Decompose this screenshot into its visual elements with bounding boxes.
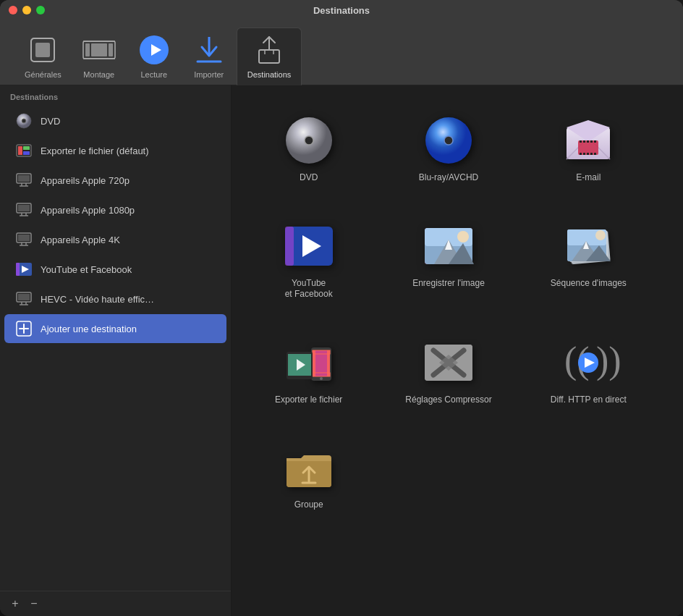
grid-item-sequence-images[interactable]: Séquence d'images [526,213,651,308]
svg-rect-56 [580,140,582,143]
svg-rect-23 [18,175,30,182]
svg-rect-59 [590,140,593,143]
montage-icon [82,33,116,67]
grid-item-reglages-compressor[interactable]: Réglages Compressor [386,329,511,413]
grid-youtube-label: YouTube et Facebook [285,278,333,300]
sidebar-item-apple720[interactable]: Appareils Apple 720p [4,166,226,195]
grid-enregistrer-label: Enregistrer l'image [412,278,485,290]
window-title: Destinations [313,5,370,16]
svg-rect-33 [18,235,30,241]
svg-point-75 [457,231,469,242]
svg-rect-20 [23,146,30,150]
toolbar: Générales Montage [0,20,683,85]
app-window: Destinations Générales [0,0,683,616]
svg-rect-5 [109,43,113,56]
svg-rect-19 [18,146,22,155]
importer-icon [192,33,226,67]
svg-rect-12 [259,50,279,63]
svg-text:)): )) [596,339,622,381]
svg-rect-63 [587,153,589,155]
svg-rect-58 [587,140,589,143]
toolbar-item-montage[interactable]: Montage [72,28,127,85]
lecture-icon [137,33,171,67]
destinations-label: Destinations [247,70,292,79]
sidebar-item-dvd[interactable]: DVD [4,106,226,135]
grid-groupe-label: Groupe [294,499,323,511]
add-destination-button[interactable]: + [7,596,23,612]
grid-compressor-icon [423,337,475,389]
svg-rect-60 [594,140,596,143]
generales-icon [25,33,60,67]
grid-groupe-icon [283,442,335,494]
grid-email-icon [562,114,614,166]
maximize-button[interactable] [36,6,45,14]
svg-point-51 [444,136,453,145]
svg-point-49 [305,136,313,145]
toolbar-item-generales[interactable]: Générales [14,28,72,85]
exporter-icon [14,141,33,160]
sidebar-list: DVD Exporter le fichier (défaut) [0,106,231,591]
grid-container: DVD [246,107,651,518]
toolbar-item-destinations[interactable]: Destinations [237,28,302,85]
grid-enregistrer-icon [423,220,475,272]
grid-item-exporter-fichier[interactable]: Exporter le fichier [246,329,371,413]
toolbar-item-lecture[interactable]: Lecture [127,28,182,85]
grid-email-label: E-mail [576,172,601,184]
grid-item-enregistrer-image[interactable]: Enregistrer l'image [386,213,511,308]
apple4k-icon [14,230,33,249]
generales-label: Générales [25,70,61,79]
grid-item-youtube-facebook[interactable]: YouTube et Facebook [246,213,371,308]
grid-item-email[interactable]: E-mail [526,107,651,191]
svg-rect-68 [285,227,294,266]
traffic-lights [9,6,45,14]
svg-rect-61 [580,153,582,155]
svg-rect-21 [23,151,30,155]
grid-item-bluray[interactable]: Blu-ray/AVCHD [386,107,511,191]
apple720-icon [14,171,33,190]
dvd-icon [14,111,33,130]
sidebar-item-apple4k[interactable]: Appareils Apple 4K [4,225,226,254]
hevc-icon [14,290,33,308]
svg-rect-1 [35,43,50,57]
importer-label: Importer [194,70,224,79]
svg-rect-39 [16,263,20,276]
grid-item-diff-http[interactable]: (( )) Diff. HTTP en direct [526,329,651,413]
svg-point-87 [320,377,323,380]
sidebar-youtube-label: YouTube et Facebook [41,264,132,275]
remove-destination-button[interactable]: − [26,596,42,612]
main-content: Destinations [0,85,683,616]
sidebar-apple4k-label: Appareils Apple 4K [41,235,120,245]
grid-sequence-label: Séquence d'images [551,278,627,290]
destinations-icon [252,33,287,67]
youtube-icon [14,260,33,279]
titlebar: Destinations [0,0,683,20]
grid-panel: DVD [232,85,683,616]
grid-compressor-label: Réglages Compressor [405,395,491,406]
sidebar-item-youtube[interactable]: YouTube et Facebook [4,255,226,284]
svg-point-84 [595,230,606,240]
svg-rect-64 [590,153,593,155]
grid-bluray-label: Blu-ray/AVCHD [419,172,478,184]
svg-rect-65 [594,153,596,155]
sidebar-apple1080-label: Appareils Apple 1080p [41,205,135,216]
grid-sequence-icon [562,220,614,272]
sidebar-item-exporter[interactable]: Exporter le fichier (défaut) [4,136,226,165]
sidebar-apple720-label: Appareils Apple 720p [41,175,130,186]
toolbar-item-importer[interactable]: Importer [182,28,237,85]
close-button[interactable] [9,6,17,14]
sidebar-item-hevc[interactable]: HEVC - Vidéo haute effic… [4,284,226,313]
grid-item-dvd[interactable]: DVD [246,107,371,191]
sidebar-item-ajouter[interactable]: Ajouter une destination [4,314,226,343]
grid-youtube-icon [283,220,335,272]
grid-item-groupe[interactable]: Groupe [246,434,371,518]
grid-exporter-fichier-label: Exporter le fichier [275,395,342,406]
sidebar-exporter-label: Exporter le fichier (défaut) [41,145,149,156]
svg-rect-57 [583,140,585,143]
sidebar-footer: + − [0,591,231,616]
minimize-button[interactable] [22,6,31,14]
sidebar-item-apple1080[interactable]: Appareils Apple 1080p [4,195,226,224]
sidebar-header: Destinations [0,85,231,106]
lecture-label: Lecture [140,70,167,79]
svg-rect-28 [18,205,30,211]
grid-http-icon: (( )) [562,337,614,389]
